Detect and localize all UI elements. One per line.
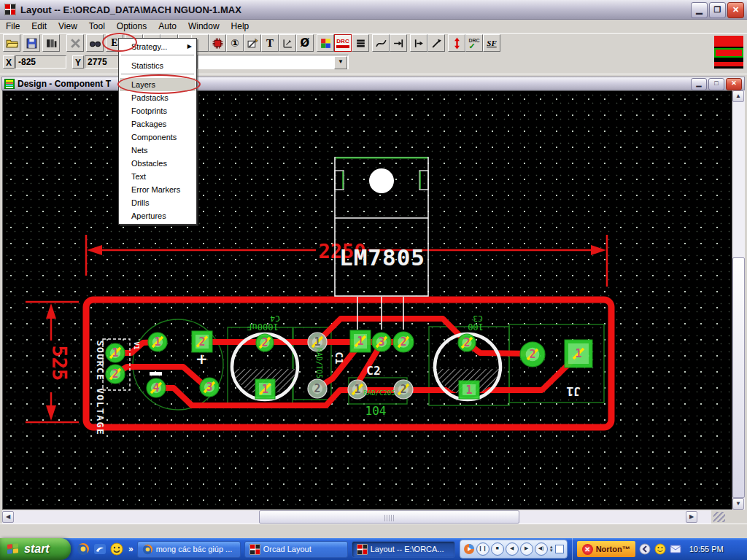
toolbar-button-drc-check[interactable]: DRC✓ bbox=[465, 34, 483, 52]
toolbar-button-delete[interactable] bbox=[66, 34, 84, 52]
menu-file[interactable]: File bbox=[0, 20, 26, 32]
firefox-icon[interactable] bbox=[77, 542, 90, 556]
toolbar-button-colors[interactable] bbox=[317, 34, 334, 52]
toolbar-button-no-connect[interactable]: Ø bbox=[296, 34, 314, 52]
resize-grip[interactable] bbox=[713, 512, 725, 522]
toolbar-button-save[interactable] bbox=[23, 34, 40, 52]
close-button[interactable]: ✕ bbox=[727, 2, 744, 18]
pcb-label: RAD/TO5 bbox=[315, 348, 323, 378]
toolbar-button-pin-number[interactable]: ① bbox=[226, 34, 244, 52]
stop-icon[interactable]: ■ bbox=[491, 542, 504, 556]
design-window: Design - Component T ▁ □ ✕ 2250 525 bbox=[0, 74, 747, 524]
pause-icon[interactable]: ❙❙ bbox=[476, 542, 489, 556]
pad-number: 2 bbox=[463, 336, 470, 349]
layer-combobox[interactable]: ▼ bbox=[197, 55, 349, 69]
toolbar-button-text-tool[interactable]: T bbox=[261, 34, 279, 52]
menu-view[interactable]: View bbox=[53, 20, 83, 32]
popup-item-drills[interactable]: Drills bbox=[120, 196, 196, 209]
toolbar-button-component[interactable] bbox=[209, 34, 226, 52]
x-coordinate-field[interactable]: -825 bbox=[15, 55, 66, 69]
sf-icon: SF bbox=[487, 39, 496, 47]
menu-options[interactable]: Options bbox=[111, 20, 152, 32]
tray-mail-icon[interactable] bbox=[670, 543, 681, 555]
tray-smiley-icon[interactable] bbox=[654, 543, 666, 555]
wmp-restore-icon[interactable] bbox=[555, 545, 564, 553]
scroll-down-icon[interactable]: ▼ bbox=[732, 498, 744, 510]
volume-icon[interactable]: ◀) bbox=[535, 542, 548, 556]
toolbar-button-edit-segment[interactable] bbox=[427, 34, 445, 52]
chevron-icon[interactable]: » bbox=[128, 544, 133, 554]
design-maximize-button[interactable]: □ bbox=[708, 78, 724, 90]
popup-item-apertures[interactable]: Apertures bbox=[120, 209, 196, 222]
popup-item-packages[interactable]: Packages bbox=[120, 117, 196, 131]
scroll-left-icon[interactable]: ◀ bbox=[2, 511, 14, 523]
wmp-logo-icon[interactable] bbox=[463, 543, 475, 555]
taskbar-task-1[interactable]: mong các bác giúp ... bbox=[137, 541, 241, 558]
design-minimize-button[interactable]: ▁ bbox=[691, 78, 707, 90]
popup-item-obstacles[interactable]: Obstacles bbox=[120, 157, 196, 170]
restore-button[interactable]: ❐ bbox=[709, 2, 726, 18]
popup-item-statistics[interactable]: Statistics bbox=[120, 59, 196, 72]
menu-tool[interactable]: Tool bbox=[83, 20, 111, 32]
toolbar-button-refresh[interactable] bbox=[448, 34, 465, 52]
tray-back-icon[interactable] bbox=[639, 543, 651, 555]
popup-item-layers[interactable]: Layers bbox=[120, 78, 196, 91]
copper-traces bbox=[115, 319, 577, 405]
vertical-scrollbar[interactable]: ▲ ▼ bbox=[732, 90, 745, 510]
colors-icon bbox=[320, 37, 332, 50]
combobox-dropdown-icon[interactable]: ▼ bbox=[334, 56, 347, 69]
horizontal-scrollbar[interactable]: ◀ ▶ bbox=[2, 510, 711, 524]
scroll-right-icon[interactable]: ▶ bbox=[686, 511, 697, 523]
toolbar-button-open[interactable] bbox=[3, 34, 20, 52]
edit-segment-icon bbox=[430, 37, 443, 50]
pad-number: 2 bbox=[400, 335, 406, 349]
design-window-title-bar[interactable]: Design - Component T ▁ □ ✕ bbox=[1, 77, 745, 90]
next-icon[interactable]: ▶ bbox=[520, 542, 533, 556]
previous-icon[interactable]: ◀ bbox=[506, 542, 519, 556]
popup-item-strategy[interactable]: Strategy...▶ bbox=[120, 40, 196, 53]
toolbar-button-autoroute[interactable] bbox=[372, 34, 390, 52]
taskbar: start » mong các bác giúp ...Orcad Layou… bbox=[0, 538, 747, 560]
pad-number: 3 bbox=[206, 381, 212, 394]
messenger-icon[interactable] bbox=[93, 542, 107, 556]
text-tool-icon: T bbox=[266, 37, 274, 50]
dim-vertical-label: 525 bbox=[48, 346, 71, 381]
design-window-icon bbox=[4, 79, 15, 89]
popup-item-text[interactable]: Text bbox=[120, 170, 196, 183]
start-button[interactable]: start bbox=[0, 538, 71, 560]
layer-color-swatch[interactable] bbox=[714, 36, 743, 69]
popup-item-padstacks[interactable]: Padstacks bbox=[120, 91, 196, 104]
toolbar-button-dimension[interactable] bbox=[279, 34, 296, 52]
toolbar-button-sf[interactable]: SF bbox=[483, 34, 500, 52]
pcb-canvas[interactable]: 2250 525 LM7805 V1 SOURCE VOLTAGE + C410… bbox=[2, 90, 732, 510]
menu-auto[interactable]: Auto bbox=[152, 20, 182, 32]
wmp-spinner[interactable]: ▲▼ bbox=[549, 545, 554, 553]
toolbar-button-library[interactable] bbox=[42, 34, 60, 52]
minimize-button[interactable]: ▁ bbox=[691, 2, 708, 18]
menu-window[interactable]: Window bbox=[182, 20, 225, 32]
menu-edit[interactable]: Edit bbox=[26, 20, 53, 32]
toolbar-button-find[interactable] bbox=[86, 34, 104, 52]
menu-help[interactable]: Help bbox=[225, 20, 255, 32]
pad-number: 1 bbox=[575, 347, 581, 360]
toolbar-button-obstacle[interactable] bbox=[244, 34, 261, 52]
popup-item-nets[interactable]: Nets bbox=[120, 144, 196, 157]
coordinate-toolbar: X -825 Y 2775 ▼ bbox=[0, 52, 747, 74]
norton-badge[interactable]: ✕ Norton™ bbox=[577, 541, 635, 557]
toolbar-button-route[interactable] bbox=[390, 34, 407, 52]
toolbar-button-shove-track[interactable] bbox=[410, 34, 427, 52]
dimension-icon bbox=[282, 37, 294, 50]
popup-item-footprints[interactable]: Footprints bbox=[120, 104, 196, 117]
firefox-icon bbox=[142, 544, 153, 555]
scroll-up-icon[interactable]: ▲ bbox=[732, 90, 744, 102]
pad-number: 1 bbox=[112, 346, 118, 359]
popup-item-error-markers[interactable]: Error Markers bbox=[120, 183, 196, 196]
toolbar-button-online-drc[interactable]: DRC bbox=[334, 34, 352, 52]
app-title-bar[interactable]: Layout -- E:\ORCAD_DATA\MACH NGUON-1.MAX… bbox=[0, 0, 747, 20]
design-close-button[interactable]: ✕ bbox=[726, 78, 742, 90]
taskbar-task-2[interactable]: Orcad Layout bbox=[244, 541, 348, 558]
toolbar-button-bus[interactable] bbox=[352, 34, 369, 52]
smiley-icon[interactable] bbox=[110, 542, 123, 556]
taskbar-task-3[interactable]: Layout -- E:\ORCA... bbox=[352, 541, 455, 558]
popup-item-components[interactable]: Components bbox=[120, 131, 196, 144]
